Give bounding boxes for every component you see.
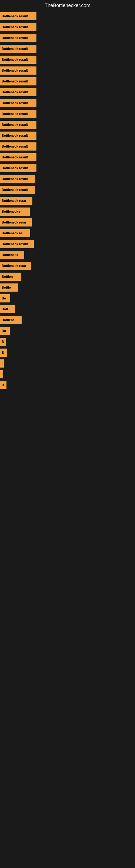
bar-row: Bottlene xyxy=(0,315,135,325)
bar-row: Bottleneck result xyxy=(0,55,135,65)
bar-row: Bottleneck result xyxy=(0,120,135,130)
bottleneck-result-bar[interactable]: Bottleneck r xyxy=(0,208,30,216)
bar-row: B xyxy=(0,380,135,390)
bottleneck-result-bar[interactable]: Bottleneck result xyxy=(0,77,37,86)
bottleneck-result-bar[interactable]: Bottle xyxy=(0,283,18,291)
site-title: TheBottlenecker.com xyxy=(0,0,135,10)
bottleneck-result-bar[interactable]: Bottlen xyxy=(0,273,21,281)
bar-row: Bottleneck resu xyxy=(0,217,135,227)
bar-row: Bottleneck result xyxy=(0,109,135,119)
bar-row: Bottleneck result xyxy=(0,152,135,162)
bar-row: I xyxy=(0,369,135,379)
bottleneck-result-bar[interactable]: Bottleneck resu xyxy=(0,197,32,205)
bar-row: Bottleneck resu xyxy=(0,261,135,271)
bottleneck-result-bar[interactable]: Bottleneck result xyxy=(0,240,34,248)
bar-row: Bottle xyxy=(0,282,135,293)
bottleneck-result-bar[interactable]: Bottleneck re xyxy=(0,229,30,237)
bar-row: Bottleneck result xyxy=(0,141,135,152)
bar-row: Bottleneck result xyxy=(0,65,135,76)
bar-row: Bottleneck result xyxy=(0,239,135,249)
bar-row: Bottleneck result xyxy=(0,87,135,97)
bottleneck-result-bar[interactable]: Bottleneck result xyxy=(0,131,37,140)
bar-row: Bottleneck result xyxy=(0,185,135,195)
bar-row: Bottleneck result xyxy=(0,33,135,43)
bottleneck-result-bar[interactable]: Bottleneck result xyxy=(0,99,37,107)
bar-row: Bottleneck r xyxy=(0,207,135,217)
bar-row: Bottleneck result xyxy=(0,76,135,87)
bottleneck-result-bar[interactable]: Bottleneck xyxy=(0,251,24,259)
bottleneck-result-bar[interactable]: Bottleneck result xyxy=(0,66,37,74)
bottleneck-result-bar[interactable]: Bottleneck result xyxy=(0,56,37,64)
bottleneck-result-bar[interactable]: Bott xyxy=(0,305,15,313)
bottleneck-result-bar[interactable]: B xyxy=(0,381,6,389)
bottleneck-result-bar[interactable]: Bottleneck result xyxy=(0,164,37,172)
bottleneck-result-bar[interactable]: Bottleneck result xyxy=(0,121,37,129)
bottleneck-result-bar[interactable]: Bottleneck resu xyxy=(0,262,31,270)
bottleneck-result-bar[interactable]: Bottleneck result xyxy=(0,34,37,42)
bar-row: Bottleneck result xyxy=(0,44,135,54)
bottleneck-result-bar[interactable]: Bottleneck result xyxy=(0,186,35,194)
bottleneck-result-bar[interactable]: Bottleneck result xyxy=(0,110,37,118)
bottleneck-result-bar[interactable]: Bottleneck resu xyxy=(0,218,32,226)
bottleneck-result-bar[interactable]: I xyxy=(0,360,4,368)
bar-row: Bottleneck result xyxy=(0,174,135,184)
bar-row: Bo xyxy=(0,326,135,336)
bar-row: Bottleneck result xyxy=(0,11,135,22)
bar-row: Bottleneck re xyxy=(0,228,135,239)
bottleneck-result-bar[interactable]: Bottleneck result xyxy=(0,12,37,20)
bottleneck-result-bar[interactable]: Bottleneck result xyxy=(0,88,37,96)
bottleneck-result-bar[interactable]: Bottlene xyxy=(0,316,21,324)
bars-container: Bottleneck resultBottleneck resultBottle… xyxy=(0,10,135,392)
bottleneck-result-bar[interactable]: Bottleneck result xyxy=(0,175,35,183)
bottleneck-result-bar[interactable]: Bottleneck result xyxy=(0,153,37,161)
bottleneck-result-bar[interactable]: B xyxy=(0,338,6,346)
bar-row: Bo xyxy=(0,293,135,304)
bar-row: Bottleneck result xyxy=(0,22,135,32)
bar-row: Bottlen xyxy=(0,272,135,282)
bar-row: B xyxy=(0,347,135,358)
bottleneck-result-bar[interactable]: Bottleneck result xyxy=(0,45,37,53)
bar-row: Bott xyxy=(0,304,135,314)
bar-row: I xyxy=(0,358,135,369)
bottleneck-result-bar[interactable]: Bottleneck result xyxy=(0,143,37,151)
bottleneck-result-bar[interactable]: Bottleneck result xyxy=(0,23,37,31)
bottleneck-result-bar[interactable]: Bo xyxy=(0,327,10,335)
bar-row: Bottleneck xyxy=(0,250,135,260)
bottleneck-result-bar[interactable]: B xyxy=(0,348,7,357)
bar-row: Bottleneck result xyxy=(0,163,135,173)
bar-row: Bottleneck result xyxy=(0,130,135,141)
bottleneck-result-bar[interactable]: Bo xyxy=(0,294,10,303)
bar-row: Bottleneck result xyxy=(0,98,135,108)
bar-row: Bottleneck resu xyxy=(0,195,135,206)
bar-row: B xyxy=(0,337,135,347)
bottleneck-result-bar[interactable]: I xyxy=(0,370,3,378)
